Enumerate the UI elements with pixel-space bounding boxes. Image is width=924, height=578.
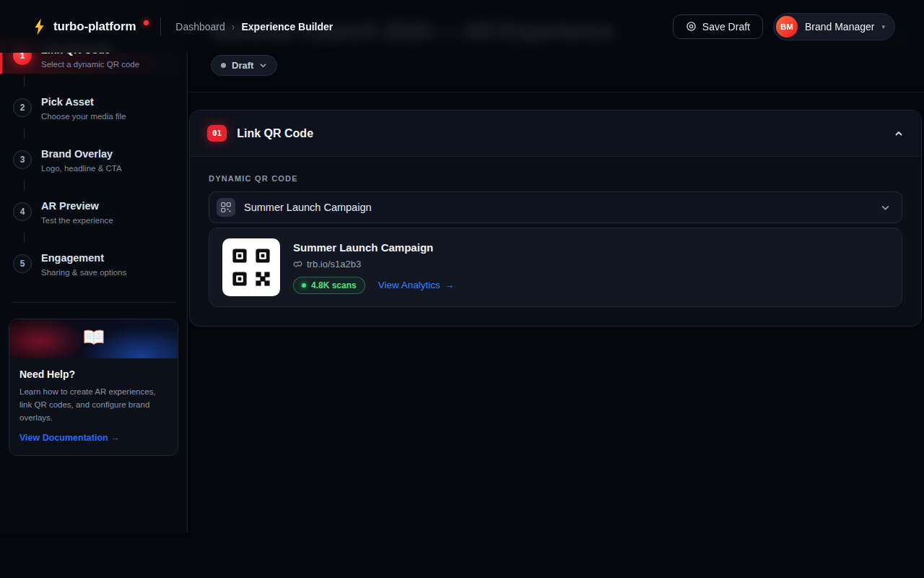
step-subtitle: Choose your media file [41,112,126,121]
step-number-badge: 5 [13,254,32,273]
link-qr-code-section: 01 Link QR Code DYNAMIC QR CODE [189,110,922,327]
qr-mini-icon [217,198,235,217]
help-description: Learn how to create AR experiences, link… [19,386,167,424]
sidebar-step-brand-overlay[interactable]: 3 Brand Overlay Logo, headline & CTA [0,142,187,178]
app-name: turbo-platform [53,20,136,34]
header-divider [160,17,161,36]
qr-campaign-url: trb.io/s1a2b3 [307,259,361,269]
section-title: Link QR Code [237,127,313,140]
qr-campaign-meta: 4.8K scans View Analytics → [293,277,454,294]
qr-campaign-url-row: trb.io/s1a2b3 [293,259,454,269]
qr-campaign-card: Summer Launch Campaign trb.io/s1a2b3 [209,228,902,307]
step-subtitle: Test the experience [41,216,113,225]
view-analytics-label: View Analytics [378,280,440,290]
step-title: AR Preview [41,199,113,213]
scans-badge: 4.8K scans [293,277,365,294]
chevron-up-icon [894,129,904,139]
sidebar-step-engagement[interactable]: 5 Engagement Sharing & save options [0,246,187,282]
top-header: turbo-platform Dashboard › Experience Bu… [0,0,924,53]
save-draft-button[interactable]: Save Draft [673,14,763,39]
step-number-badge: 3 [13,150,32,169]
breadcrumb-current-page: Experience Builder [241,21,333,33]
step-connector [24,233,25,243]
open-book-icon [82,329,105,350]
user-menu[interactable]: BM Brand Manager ▾ [773,13,895,40]
step-number-badge: 4 [13,202,32,221]
step-subtitle: Logo, headline & CTA [41,164,122,173]
status-badge[interactable]: Draft [211,55,277,76]
step-title: Pick Asset [41,95,126,109]
chevron-down-icon: ▾ [881,23,885,30]
view-analytics-link[interactable]: View Analytics → [378,280,455,290]
lightning-bolt-icon [32,17,47,36]
step-subtitle: Sharing & save options [41,268,126,277]
scans-count: 4.8K scans [311,280,357,290]
help-body: Need Help? Learn how to create AR experi… [9,358,178,455]
arrow-right-icon: → [445,280,455,290]
step-title: Brand Overlay [41,147,122,161]
status-badge-label: Draft [232,60,253,71]
sidebar-step-ar-preview[interactable]: 4 AR Preview Test the experience [0,194,187,230]
section-index-badge: 01 [207,125,227,142]
qr-code-select[interactable]: Summer Launch Campaign [209,191,902,223]
sidebar-step-pick-asset[interactable]: 2 Pick Asset Choose your media file [0,90,187,126]
qr-code-image [222,238,280,296]
avatar: BM [776,16,798,38]
content-divider [188,92,924,92]
section-body: DYNAMIC QR CODE Summer Launch Campaign [190,157,921,326]
collapse-section-button[interactable] [894,129,904,139]
wizard-sidebar: 1 Link QR Code Select a dynamic QR code … [0,0,188,532]
section-header[interactable]: 01 Link QR Code [190,111,921,157]
save-draft-label: Save Draft [702,21,750,33]
chevron-down-icon [259,61,267,69]
qr-campaign-info: Summer Launch Campaign trb.io/s1a2b3 [293,241,454,294]
step-connector [24,77,25,87]
scans-dot-icon [302,283,306,288]
chevron-down-icon [881,203,890,212]
help-banner [9,319,178,358]
qr-code-select-value: Summer Launch Campaign [244,202,372,213]
sidebar-divider [12,302,175,303]
main-content: Summer Launch 2026 — AR Experience Mar 1… [188,0,924,532]
step-connector [24,129,25,139]
step-connector [24,181,25,191]
dynamic-qr-code-label: DYNAMIC QR CODE [209,174,902,183]
status-dot-icon [221,63,226,68]
breadcrumb-separator: › [232,21,235,33]
help-card: Need Help? Learn how to create AR experi… [9,319,178,456]
step-title: Engagement [41,251,126,265]
notification-dot-icon [144,20,149,25]
view-documentation-link[interactable]: View Documentation → [19,433,120,443]
step-subtitle: Select a dynamic QR code [41,60,139,69]
help-title: Need Help? [19,368,167,380]
user-name: Brand Manager [805,21,875,33]
app-root: 1 Link QR Code Select a dynamic QR code … [0,0,924,578]
link-icon [293,259,302,269]
step-number-badge: 2 [13,98,32,117]
status-row: Draft [211,55,924,76]
breadcrumb-dashboard[interactable]: Dashboard [175,21,225,33]
app-logo: turbo-platform [32,17,149,36]
save-target-icon [686,21,697,32]
qr-campaign-title: Summer Launch Campaign [293,241,454,254]
breadcrumb: Dashboard › Experience Builder [175,21,333,33]
